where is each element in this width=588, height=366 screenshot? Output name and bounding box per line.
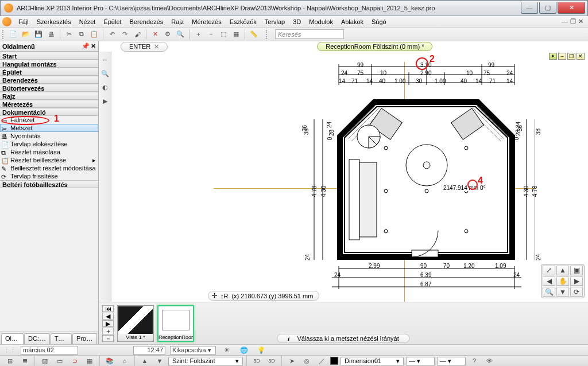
find-icon[interactable]: 🔍: [175, 29, 185, 40]
eye-icon[interactable]: 👁: [483, 356, 496, 365]
nav-left-icon[interactable]: ◀: [543, 277, 555, 286]
doc-modifydetail[interactable]: ✎Beillesztett részlet módosítása: [0, 164, 98, 172]
menu-sheet[interactable]: Tervlap: [261, 17, 288, 26]
thumb-zoomin-icon[interactable]: ＋: [102, 328, 114, 334]
minimize-button[interactable]: —: [521, 2, 538, 14]
layer-icon[interactable]: ≣: [18, 356, 31, 365]
3d-icon[interactable]: 3D: [250, 356, 263, 365]
library2-icon[interactable]: ⌂: [118, 356, 131, 365]
help-icon[interactable]: ?: [468, 356, 481, 365]
menu-furnish[interactable]: Berendezés: [126, 17, 167, 26]
thumb-zoomout-icon[interactable]: －: [102, 335, 114, 342]
tab-enter[interactable]: ENTER ✕: [121, 42, 168, 52]
nav-up-icon[interactable]: ▲: [556, 266, 569, 275]
level-down-icon[interactable]: ▼: [153, 356, 166, 365]
canvas-pin-icon[interactable]: ✦: [549, 53, 557, 60]
cat-furnish[interactable]: Berendezés: [0, 76, 98, 84]
settings-icon[interactable]: ⚙: [163, 29, 173, 40]
cat-draw[interactable]: Rajz: [0, 92, 98, 100]
menu-draw[interactable]: Rajz: [168, 17, 187, 26]
thumb-prev-icon[interactable]: ◀: [102, 313, 114, 320]
app-menu-icon[interactable]: [2, 17, 11, 26]
doc-wallview[interactable]: ▭Falnézet: [0, 116, 98, 124]
canvas-close-icon[interactable]: ✕: [577, 53, 585, 60]
menu-building[interactable]: Épület: [100, 17, 125, 26]
doc-print[interactable]: 🖶Nyomtatás: [0, 132, 98, 140]
thumb-next-icon[interactable]: ▶: [102, 320, 114, 327]
dim-layer-combo[interactable]: Dimension01▾: [341, 357, 404, 365]
cut-icon[interactable]: ✂: [64, 29, 74, 40]
texture-icon[interactable]: ▨: [38, 356, 51, 365]
librar-icon[interactable]: 📚: [103, 356, 116, 365]
menu-dimension[interactable]: Méretezés: [188, 17, 225, 26]
new-icon[interactable]: 📄: [8, 29, 18, 40]
zoom-out-icon[interactable]: －: [206, 29, 216, 40]
menu-3d[interactable]: 3D: [289, 17, 304, 26]
zoom-in-icon[interactable]: ＋: [193, 29, 203, 40]
3d-view-icon[interactable]: 3D: [265, 356, 278, 365]
cat-furniture[interactable]: Bútortervezés: [0, 84, 98, 92]
time-field[interactable]: 12:47: [133, 346, 165, 355]
thumb-first-icon[interactable]: ⏮: [102, 305, 114, 312]
mdi-close[interactable]: ✕: [578, 18, 583, 25]
color-swatch[interactable]: [330, 357, 338, 365]
measure-icon[interactable]: 📏: [249, 29, 259, 40]
grid-toggle-icon[interactable]: ▦: [83, 356, 96, 365]
nav-refresh-icon[interactable]: ⟳: [570, 287, 583, 297]
canvas-min-icon[interactable]: –: [558, 53, 566, 60]
tab-projek[interactable]: Projek...: [72, 333, 97, 344]
date-field[interactable]: március 02: [21, 346, 78, 355]
thumb-receptionroom[interactable]: ReceptionRoom F: [157, 305, 194, 342]
panel-close-icon[interactable]: ✕: [91, 42, 96, 50]
toolbar-grip[interactable]: [2, 30, 6, 39]
delete-icon[interactable]: ✕: [150, 29, 160, 40]
tab-close-icon[interactable]: ✕: [154, 43, 159, 50]
cat-montage[interactable]: Hangulat montázs: [0, 60, 98, 68]
line-tool-icon[interactable]: ／: [315, 356, 328, 365]
thumb-viste1[interactable]: Viste 1 *: [117, 305, 154, 342]
zoom-icon[interactable]: 🔍: [100, 69, 110, 78]
tab-tulaj[interactable]: Tulaj...: [51, 333, 72, 344]
menu-file[interactable]: Fájl: [15, 17, 32, 26]
cat-start[interactable]: Start: [0, 52, 98, 60]
menu-tools[interactable]: Eszközök: [226, 17, 260, 26]
tab-receptionroom[interactable]: ReceptionRoom Földszint (0 mm) *: [317, 42, 432, 51]
tab-oldal[interactable]: Oldal...: [1, 333, 24, 344]
props-icon[interactable]: ⊞: [3, 356, 16, 365]
cat-dimension[interactable]: Méretezés: [0, 100, 98, 108]
print-icon[interactable]: 🖶: [46, 29, 56, 40]
tab-dcob[interactable]: DC:Ob...: [24, 333, 50, 344]
doc-refreshsheet[interactable]: ⟳Tervlap frissítése: [0, 172, 98, 180]
brush-icon[interactable]: 🖌: [132, 29, 142, 40]
save-icon[interactable]: 💾: [33, 29, 44, 40]
cat-documentation[interactable]: Dokumentáció: [0, 108, 98, 116]
pin-icon[interactable]: 📌: [82, 42, 90, 50]
close-button[interactable]: ✕: [558, 2, 585, 14]
doc-section[interactable]: ✂Metszet: [0, 124, 98, 132]
level-combo[interactable]: Szint: Földszint▾: [168, 357, 243, 365]
fit-icon[interactable]: ⬚: [218, 29, 229, 40]
doc-copydetail[interactable]: ⧉Részlet másolása: [0, 148, 98, 156]
cat-building[interactable]: Épület: [0, 68, 98, 76]
doc-pastedetail[interactable]: 📋Részlet beillesztése▸: [0, 156, 98, 164]
ruler-icon[interactable]: ↕R: [220, 293, 228, 299]
bulb-icon[interactable]: 💡: [255, 345, 268, 355]
grid-icon[interactable]: ▦: [231, 29, 241, 40]
drawing-canvas[interactable]: ✦ – ❐ ✕ ↔ 🔍 ◐ ▶: [99, 52, 588, 302]
arrow-tool-icon[interactable]: ➤: [285, 356, 298, 365]
doc-sheetprep[interactable]: 📄Tervlap elokészítése: [0, 140, 98, 148]
nav-zoomin-icon[interactable]: 🔍: [543, 287, 555, 297]
redo-icon[interactable]: ↷: [119, 29, 130, 40]
menu-windows[interactable]: Ablakok: [338, 17, 367, 26]
search-input[interactable]: Keresés: [275, 29, 344, 39]
undo-icon[interactable]: ↶: [107, 29, 117, 40]
wall-icon[interactable]: ▭: [53, 356, 66, 365]
menu-edit[interactable]: Szerkesztés: [33, 17, 75, 26]
nav-zoom-ext-icon[interactable]: ⤢: [543, 266, 555, 275]
globe-icon[interactable]: 🌐: [238, 345, 250, 355]
nav-right-icon[interactable]: ▶: [570, 277, 583, 286]
mdi-minimize[interactable]: —: [562, 18, 568, 25]
target-icon[interactable]: ◎: [300, 356, 313, 365]
sun-icon[interactable]: ☀: [220, 345, 233, 355]
orbit-icon[interactable]: ◐: [100, 83, 110, 92]
